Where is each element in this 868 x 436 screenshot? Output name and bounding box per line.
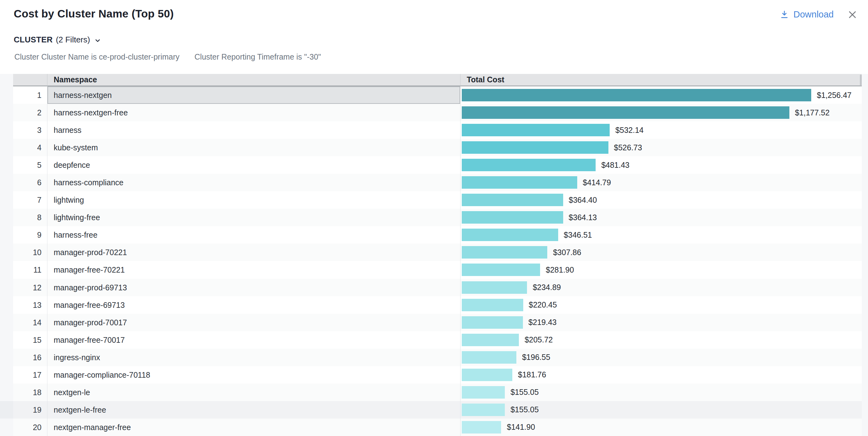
table-row[interactable]: 12manager-prod-69713$234.89 — [0, 279, 868, 296]
namespace-cell[interactable]: nextgen-le — [48, 383, 461, 401]
row-number-cell[interactable]: 5 — [13, 156, 48, 174]
total-cost-cell[interactable]: $220.45 — [461, 296, 862, 314]
row-number-cell[interactable]: 10 — [13, 244, 48, 261]
table-row[interactable]: 6harness-compliance$414.79 — [0, 174, 868, 191]
row-number-cell[interactable]: 8 — [13, 209, 48, 226]
close-button[interactable] — [847, 10, 858, 20]
table-row[interactable]: 9harness-free$346.51 — [0, 226, 868, 244]
total-cost-cell[interactable]: $219.43 — [461, 314, 862, 331]
namespace-cell[interactable]: nextgen-manager-free — [48, 418, 461, 436]
total-cost-cell[interactable]: $205.72 — [461, 331, 862, 349]
row-left-gutter — [0, 296, 13, 314]
table-row[interactable]: 20nextgen-manager-free$141.90 — [0, 418, 868, 436]
cluster-filters-dropdown[interactable]: CLUSTER (2 Filters) — [14, 35, 101, 44]
row-left-gutter — [0, 174, 13, 191]
total-cost-cell[interactable]: $1,177.52 — [461, 104, 862, 121]
row-number-cell[interactable]: 15 — [13, 331, 48, 349]
total-cost-cell[interactable]: $234.89 — [461, 279, 862, 296]
total-cost-cell[interactable]: $364.40 — [461, 191, 862, 209]
table-row[interactable]: 14manager-prod-70017$219.43 — [0, 314, 868, 331]
namespace-cell[interactable]: harness — [48, 121, 461, 139]
filter-group-label: CLUSTER — [14, 35, 53, 44]
namespace-cell[interactable]: manager-prod-70017 — [48, 314, 461, 331]
table-header: Namespace Total Cost — [0, 74, 868, 86]
table-row[interactable]: 2harness-nextgen-free$1,177.52 — [0, 104, 868, 121]
table-row[interactable]: 4kube-system$526.73 — [0, 139, 868, 156]
namespace-cell[interactable]: manager-free-70221 — [48, 261, 461, 279]
total-cost-cell[interactable]: $141.90 — [461, 418, 862, 436]
row-number-cell[interactable]: 4 — [13, 139, 48, 156]
header-actions: Download — [780, 9, 858, 20]
namespace-cell[interactable]: manager-prod-70221 — [48, 244, 461, 261]
row-number-cell[interactable]: 19 — [13, 401, 48, 418]
table-row[interactable]: 3harness$532.14 — [0, 121, 868, 139]
table-row[interactable]: 13manager-free-69713$220.45 — [0, 296, 868, 314]
namespace-cell[interactable]: manager-prod-69713 — [48, 279, 461, 296]
namespace-cell[interactable]: ingress-nginx — [48, 349, 461, 366]
namespace-cell[interactable]: manager-compliance-70118 — [48, 366, 461, 383]
row-right-gutter — [862, 383, 868, 401]
table-row[interactable]: 16ingress-nginx$196.55 — [0, 349, 868, 366]
total-cost-cell[interactable]: $1,256.47 — [461, 86, 862, 104]
row-number-cell[interactable]: 16 — [13, 349, 48, 366]
namespace-cell[interactable]: kube-system — [48, 139, 461, 156]
namespace-cell[interactable]: harness-nextgen-free — [48, 104, 461, 121]
total-cost-cell[interactable]: $346.51 — [461, 226, 862, 244]
cost-bar — [462, 281, 527, 294]
namespace-cell[interactable]: harness-nextgen — [48, 86, 461, 104]
cost-bar — [462, 106, 789, 119]
table-row[interactable]: 11manager-free-70221$281.90 — [0, 261, 868, 279]
table-row[interactable]: 5deepfence$481.43 — [0, 156, 868, 174]
total-cost-cell[interactable]: $414.79 — [461, 174, 862, 191]
vertical-scrollbar-thumb[interactable] — [860, 74, 862, 86]
applied-filters: Cluster Cluster Name is ce-prod-cluster-… — [14, 53, 321, 61]
total-cost-cell[interactable]: $196.55 — [461, 349, 862, 366]
row-number-cell[interactable]: 13 — [13, 296, 48, 314]
row-number-cell[interactable]: 3 — [13, 121, 48, 139]
namespace-cell[interactable]: harness-compliance — [48, 174, 461, 191]
table-row[interactable]: 19nextgen-le-free$155.05 — [0, 401, 868, 418]
row-number-cell[interactable]: 7 — [13, 191, 48, 209]
total-cost-cell[interactable]: $181.76 — [461, 366, 862, 383]
namespace-cell[interactable]: nextgen-le-free — [48, 401, 461, 418]
row-number-cell[interactable]: 17 — [13, 366, 48, 383]
close-icon — [847, 10, 858, 20]
namespace-cell[interactable]: manager-free-70017 — [48, 331, 461, 349]
total-cost-cell[interactable]: $526.73 — [461, 139, 862, 156]
total-cost-cell[interactable]: $364.13 — [461, 209, 862, 226]
table-row[interactable]: 18nextgen-le$155.05 — [0, 383, 868, 401]
cost-value-label: $205.72 — [525, 335, 553, 344]
table-row[interactable]: 1harness-nextgen$1,256.47 — [0, 86, 868, 104]
namespace-cell[interactable]: manager-free-69713 — [48, 296, 461, 314]
cost-value-label: $532.14 — [615, 126, 643, 135]
total-cost-cell[interactable]: $532.14 — [461, 121, 862, 139]
table-row[interactable]: 15manager-free-70017$205.72 — [0, 331, 868, 349]
row-number-cell[interactable]: 6 — [13, 174, 48, 191]
table-row[interactable]: 7lightwing$364.40 — [0, 191, 868, 209]
row-number-cell[interactable]: 12 — [13, 279, 48, 296]
download-button[interactable]: Download — [780, 9, 834, 20]
namespace-cell[interactable]: deepfence — [48, 156, 461, 174]
total-cost-cell[interactable]: $307.86 — [461, 244, 862, 261]
total-cost-cell[interactable]: $281.90 — [461, 261, 862, 279]
total-cost-cell[interactable]: $481.43 — [461, 156, 862, 174]
cost-bar — [462, 386, 505, 399]
row-number-cell[interactable]: 2 — [13, 104, 48, 121]
namespace-cell[interactable]: lightwing — [48, 191, 461, 209]
namespace-cell[interactable]: harness-free — [48, 226, 461, 244]
row-number-cell[interactable]: 14 — [13, 314, 48, 331]
total-cost-cell[interactable]: $155.05 — [461, 401, 862, 418]
table-row[interactable]: 10manager-prod-70221$307.86 — [0, 244, 868, 261]
row-number-cell[interactable]: 9 — [13, 226, 48, 244]
row-number-cell[interactable]: 18 — [13, 383, 48, 401]
table-row[interactable]: 17manager-compliance-70118$181.76 — [0, 366, 868, 383]
cost-value-label: $155.05 — [510, 405, 538, 414]
row-number-cell[interactable]: 20 — [13, 418, 48, 436]
row-right-gutter — [862, 174, 868, 191]
row-number-cell[interactable]: 1 — [13, 86, 48, 104]
total-cost-cell[interactable]: $155.05 — [461, 383, 862, 401]
namespace-cell[interactable]: lightwing-free — [48, 209, 461, 226]
row-number-cell[interactable]: 11 — [13, 261, 48, 279]
table-row[interactable]: 8lightwing-free$364.13 — [0, 209, 868, 226]
row-right-gutter — [862, 226, 868, 244]
